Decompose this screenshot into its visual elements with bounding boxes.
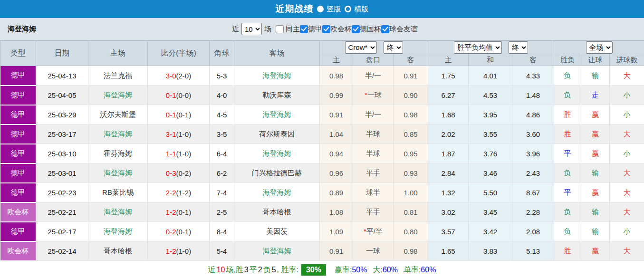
- cell-league: 欧会杯: [0, 202, 36, 222]
- cell-odds-home: 0.91: [320, 241, 353, 261]
- checkbox-label-德国杯[interactable]: 德国杯: [360, 25, 381, 34]
- cell-league: 德甲: [0, 222, 36, 241]
- cell-avg-draw: 5.50: [469, 183, 512, 202]
- summary-text: 5: [272, 266, 276, 274]
- cell-home-team: 海登海姆: [88, 163, 148, 183]
- cell-away-team: 哥本哈根: [234, 202, 320, 222]
- layout-radio-horizontal[interactable]: [345, 6, 351, 12]
- checkbox-球会友谊[interactable]: [381, 25, 389, 33]
- team-link[interactable]: 海登海姆: [263, 247, 291, 255]
- page-title: 近期战绩: [276, 3, 314, 15]
- cell-avg-home: 1.68: [428, 105, 469, 125]
- cell-away-team: 荷尔斯泰因: [234, 125, 320, 144]
- checkbox-欧会杯[interactable]: [322, 25, 330, 33]
- team-link[interactable]: 门兴格拉德巴赫: [252, 169, 302, 177]
- team-link[interactable]: 海登海姆: [104, 208, 132, 216]
- team-link[interactable]: 法兰克福: [104, 71, 132, 79]
- cell-goals-result: 小: [610, 222, 644, 241]
- checkbox-label-欧会杯[interactable]: 欧会杯: [330, 25, 352, 34]
- cell-odds-home: 1.04: [320, 125, 353, 144]
- cell-avg-home: 1.87: [428, 144, 469, 163]
- cell-odds-away: 0.80: [394, 222, 428, 241]
- cell-date: 25-03-17: [36, 125, 88, 144]
- cell-home-team: 海登海姆: [88, 202, 148, 222]
- table-row: 德甲25-03-10霍芬海姆1-1(1-0)6-4海登海姆0.94半球0.951…: [0, 144, 644, 163]
- cell-goals-result: 大: [610, 183, 644, 202]
- recent-count-select[interactable]: 10: [241, 23, 262, 35]
- col-header-type: 类型: [0, 41, 36, 66]
- cell-odds-away: 0.98: [394, 241, 428, 261]
- cell-avg-away: 8.67: [512, 183, 554, 202]
- col-header-away: 客场: [234, 41, 320, 66]
- layout-radio-vertical[interactable]: [317, 6, 324, 12]
- team-link[interactable]: 海登海姆: [104, 130, 132, 138]
- checkbox-同主[interactable]: [276, 25, 284, 33]
- team-link[interactable]: 海登海姆: [104, 227, 132, 235]
- scope-select[interactable]: 全场: [586, 41, 613, 54]
- cell-goals-result: 小: [610, 105, 644, 125]
- cell-corner: 4-5: [210, 105, 234, 125]
- cell-odds-away: 1.00: [394, 183, 428, 202]
- cell-handicap-result: 输: [581, 222, 610, 241]
- cell-avg-away: 3.96: [512, 144, 554, 163]
- cell-corner: 4-0: [210, 86, 234, 105]
- cell-corner: 5-4: [210, 241, 234, 261]
- recent-label: 近: [232, 25, 239, 34]
- cell-away-team: 门兴格拉德巴赫: [234, 163, 320, 183]
- filter-controls: 近 10 场 同主德甲欧会杯德国杯球会友谊: [232, 18, 418, 40]
- cell-league: 欧会杯: [0, 241, 36, 261]
- cell-goals-result: 小: [610, 144, 644, 163]
- team-link[interactable]: 海登海姆: [104, 169, 132, 177]
- team-link[interactable]: 霍芬海姆: [104, 149, 132, 157]
- table-row: 欧会杯25-02-14哥本哈根1-2(1-0)5-4海登海姆0.91一球0.98…: [0, 241, 644, 261]
- layout-radio-horizontal-label[interactable]: 横版: [355, 5, 369, 14]
- cell-avg-home: 1.75: [428, 66, 469, 86]
- team-link[interactable]: 海登海姆: [263, 149, 291, 157]
- team-link[interactable]: 美因茨: [266, 227, 288, 235]
- team-link[interactable]: 海登海姆: [104, 91, 132, 99]
- cell-avg-draw: 3.76: [469, 144, 512, 163]
- table-row: 德甲25-02-17海登海姆0-2(0-1)8-4美因茨1.09*平/半0.80…: [0, 222, 644, 241]
- avg-time-select[interactable]: 终: [509, 41, 528, 54]
- team-link[interactable]: 勒沃库森: [263, 91, 291, 99]
- checkbox-德甲[interactable]: [300, 25, 308, 33]
- checkbox-label-同主[interactable]: 同主: [286, 25, 300, 34]
- team-link[interactable]: 哥本哈根: [104, 247, 132, 255]
- odds-time-select[interactable]: 终: [384, 41, 403, 54]
- cell-odds-away: 0.95: [394, 144, 428, 163]
- team-link[interactable]: 海登海姆: [263, 188, 291, 196]
- cell-corner: 7-4: [210, 183, 234, 202]
- cell-score: 1-2(1-0): [148, 241, 210, 261]
- cell-odds-away: 0.81: [394, 202, 428, 222]
- cell-avg-home: 1.32: [428, 183, 469, 202]
- cell-date: 25-04-05: [36, 86, 88, 105]
- team-link[interactable]: 荷尔斯泰因: [259, 130, 295, 138]
- cell-avg-away: 3.60: [512, 125, 554, 144]
- avg-odds-select[interactable]: 胜平负均值: [454, 41, 502, 54]
- cell-home-team: RB莱比锡: [88, 183, 148, 202]
- team-link[interactable]: 海登海姆: [263, 71, 291, 79]
- win-rate-badge: 30%: [301, 264, 326, 276]
- checkbox-label-球会友谊[interactable]: 球会友谊: [389, 25, 418, 34]
- filter-bar: 海登海姆 近 10 场 同主德甲欧会杯德国杯球会友谊: [0, 18, 644, 40]
- col-header-corner: 角球: [210, 41, 234, 66]
- result-scope-header: 全场: [554, 41, 644, 54]
- team-name: 海登海姆: [8, 18, 36, 40]
- cell-home-team: 哥本哈根: [88, 241, 148, 261]
- checkbox-德国杯[interactable]: [352, 25, 360, 33]
- table-row: 德甲25-04-05海登海姆0-1(0-0)4-0勒沃库森0.99*一球0.90…: [0, 86, 644, 105]
- summary-text: 3: [244, 266, 249, 274]
- cell-corner: 5-3: [210, 66, 234, 86]
- cell-avg-home: 3.57: [428, 222, 469, 241]
- cell-avg-draw: 3.46: [469, 163, 512, 183]
- cell-result: 负: [554, 86, 581, 105]
- layout-radio-vertical-label[interactable]: 竖版: [327, 5, 341, 14]
- cell-avg-draw: 3.95: [469, 105, 512, 125]
- checkbox-label-德甲[interactable]: 德甲: [308, 25, 322, 34]
- team-link[interactable]: 哥本哈根: [263, 208, 291, 216]
- team-link[interactable]: 海登海姆: [263, 110, 291, 118]
- team-link[interactable]: 沃尔夫斯堡: [100, 110, 136, 118]
- odds-company-select[interactable]: Crow*: [345, 41, 377, 54]
- team-link[interactable]: RB莱比锡: [102, 188, 134, 196]
- odds-company-header: Crow* 终: [320, 41, 428, 54]
